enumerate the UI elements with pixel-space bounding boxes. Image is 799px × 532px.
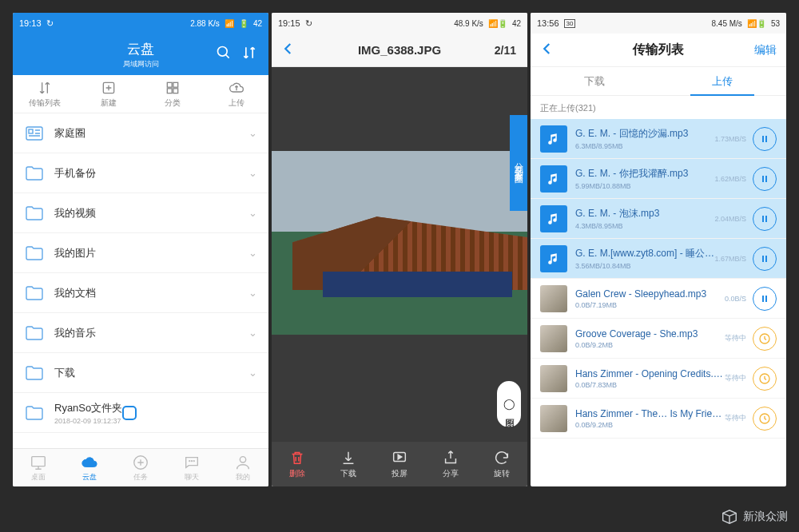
tab-desktop[interactable]: 桌面 [13,449,64,486]
upload-row[interactable]: G. E. M. - 回憶的沙漏.mp36.3MB/8.95MB 1.73MB/… [531,119,786,159]
tab-tasks[interactable]: 任务 [115,449,166,486]
svg-rect-19 [762,216,764,222]
screen-cloud-disk: 19:13↻ 2.88 K/s📶🔋42 云盘局域网访问 传输列表新建分类上传 家… [13,13,268,486]
folder-row[interactable]: 家庭圈 ⌄ [13,113,268,153]
upload-row[interactable]: G. E. M.[www.zyt8.com] - 睡公主.mp33.56MB/1… [531,239,786,279]
toolbar-transfer-list[interactable]: 传输列表 [13,75,77,113]
pause-button[interactable] [753,247,777,271]
chevron-down-icon: ⌄ [248,327,257,339]
page-subtitle: 局域网访问 [123,59,159,69]
svg-point-13 [240,456,245,462]
watermark: 新浪众测 [721,508,788,526]
image-counter: 2/11 [495,44,516,57]
page-title: 传输列表 [531,42,786,58]
sort-icon[interactable] [241,45,257,64]
action-toolbar: 传输列表新建分类上传 [13,75,268,113]
album-art [540,405,567,432]
upload-row[interactable]: G. E. M. - 你把我灌醉.mp35.99MB/10.88MB 1.62M… [531,159,786,199]
chevron-down-icon: ⌄ [248,367,257,379]
pause-button[interactable] [753,167,777,191]
chevron-down-icon: ⌄ [248,167,257,179]
svg-rect-24 [765,296,767,302]
checkbox[interactable] [122,406,137,420]
sync-icon: ↻ [46,18,54,29]
original-image-button[interactable]: ◯原图 [497,381,521,427]
image-canvas[interactable]: 分享到家庭圈 ◯原图 [272,67,527,442]
upload-row[interactable]: Galen Crew - Sleepyhead.mp30.0B/7.19MB 0… [531,279,786,319]
svg-rect-23 [762,296,764,302]
svg-rect-21 [762,256,764,262]
folder-row[interactable]: 我的音乐 ⌄ [13,313,268,353]
tab-download[interactable]: 下载 [531,67,658,95]
title-bar: IMG_6388.JPG 2/11 [272,34,527,67]
upload-row[interactable]: Hans Zimmer - The… Is My Friend.mp30.0B/… [531,399,786,439]
chevron-down-icon: ⌄ [248,127,257,139]
status-speed: 8.45 M/s [712,19,742,28]
toolbar-upload[interactable]: 上传 [205,75,268,113]
toolbar-category[interactable]: 分类 [141,75,205,113]
folder-list[interactable]: 家庭圈 ⌄ 手机备份 ⌄ 我的视频 ⌄ 我的图片 ⌄ 我的文档 ⌄ 我的音乐 ⌄… [13,113,268,448]
tab-chat[interactable]: 聊天 [166,449,217,486]
folder-row[interactable]: RyanSo文件夹2018-02-09 19:12:37 [13,393,268,433]
upload-row[interactable]: G. E. M. - 泡沫.mp34.3MB/8.95MB 2.04MB/S [531,199,786,239]
pause-button[interactable] [753,287,777,311]
folder-row[interactable]: 我的图片 ⌄ [13,233,268,273]
search-icon[interactable] [216,45,232,64]
svg-rect-20 [765,216,767,222]
svg-point-11 [192,460,193,461]
action-share[interactable]: 分享 [425,442,476,486]
svg-rect-17 [762,176,764,182]
music-icon [540,205,567,232]
status-speed: 2.88 K/s [190,19,220,28]
upload-row[interactable]: Hans Zimmer - Opening Credits.mp30.0B/7.… [531,359,786,399]
folder-row[interactable]: 我的文档 ⌄ [13,273,268,313]
status-battery: 42 [253,19,262,28]
pause-button[interactable] [753,127,777,151]
folder-row[interactable]: 手机备份 ⌄ [13,153,268,193]
album-art [540,365,567,392]
status-time: 19:13 [19,18,42,28]
waiting-icon[interactable] [753,407,777,431]
status-time: 19:15 [278,18,300,28]
waiting-icon[interactable] [753,367,777,391]
svg-rect-22 [765,256,767,262]
back-button[interactable] [281,42,296,59]
status-speed: 48.9 K/s [454,19,483,28]
toolbar-new[interactable]: 新建 [77,75,141,113]
action-cast[interactable]: 投屏 [374,442,425,486]
action-delete[interactable]: 删除 [272,442,323,486]
svg-rect-15 [762,136,764,142]
chevron-down-icon: ⌄ [248,287,257,299]
action-rotate[interactable]: 旋转 [476,442,527,486]
upload-list[interactable]: G. E. M. - 回憶的沙漏.mp36.3MB/8.95MB 1.73MB/… [531,119,786,486]
svg-rect-2 [167,82,172,87]
share-to-family-button[interactable]: 分享到家庭圈 [510,115,527,211]
action-download[interactable]: 下载 [323,442,374,486]
tab-upload[interactable]: 上传 [658,67,786,95]
chevron-down-icon: ⌄ [248,247,257,259]
album-art [540,285,567,312]
status-bar: 13:5630 8.45 M/s📶🔋53 [531,13,786,34]
folder-row[interactable]: 下载 ⌄ [13,353,268,393]
title-bar: 传输列表 编辑 [531,34,786,67]
svg-rect-4 [167,88,172,93]
waiting-icon[interactable] [753,327,777,351]
chevron-down-icon: ⌄ [248,207,257,219]
svg-point-0 [218,47,228,57]
upload-row[interactable]: Groove Coverage - She.mp30.0B/9.2MB 等待中 [531,319,786,359]
tab-me[interactable]: 我的 [217,449,268,486]
status-battery: 42 [512,19,521,28]
svg-rect-3 [173,82,178,87]
tab-cloud[interactable]: 云盘 [64,449,115,486]
image-filename: IMG_6388.JPG [272,43,527,57]
pause-button[interactable] [753,207,777,231]
status-time: 13:56 [537,18,559,28]
music-icon [540,165,567,193]
folder-row[interactable]: 我的视频 ⌄ [13,193,268,233]
status-bar: 19:13↻ 2.88 K/s📶🔋42 [13,13,268,34]
music-icon [540,245,567,272]
edit-button[interactable]: 编辑 [754,43,777,58]
svg-rect-16 [765,136,767,142]
photo [272,151,527,335]
screen-image-viewer: 19:15↻ 48.9 K/s📶🔋42 IMG_6388.JPG 2/11 分享… [272,13,527,486]
